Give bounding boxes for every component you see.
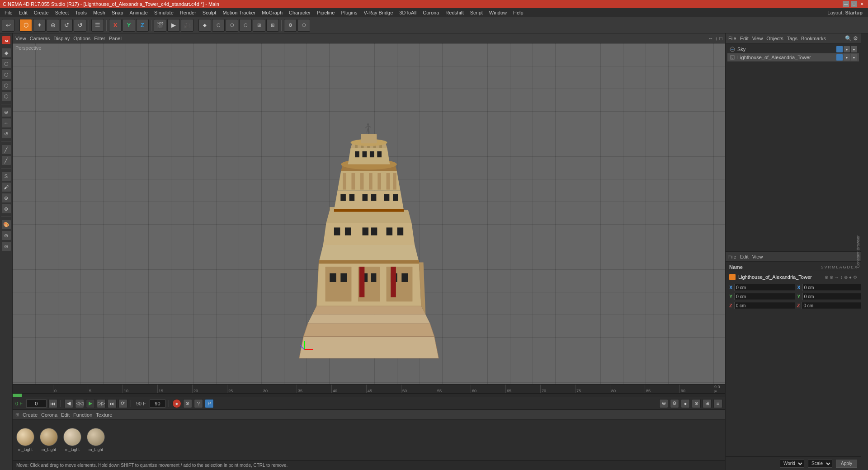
interactive-render-button[interactable]: ▶: [167, 19, 180, 32]
mat-menu-function[interactable]: Function: [73, 412, 92, 418]
vp-menu-options[interactable]: Options: [73, 36, 90, 41]
object-mode-button[interactable]: ⊕: [47, 19, 59, 32]
am-obj-action-7[interactable]: ⚙: [853, 275, 857, 280]
om-search-icon[interactable]: 🔍: [845, 35, 852, 42]
menu-edit[interactable]: Edit: [16, 9, 30, 16]
om-sky-lock-btn[interactable]: ●: [851, 46, 857, 52]
grid-button[interactable]: ⊞: [266, 19, 279, 32]
menu-create[interactable]: Create: [31, 9, 52, 16]
point-tool[interactable]: ⬡: [1, 80, 11, 90]
x-axis-button[interactable]: X: [109, 19, 122, 32]
vp-expand-icon[interactable]: ↔: [708, 36, 713, 41]
magnet-tool[interactable]: ⊛: [1, 193, 11, 203]
vp-layout-icon[interactable]: ↕: [715, 36, 718, 41]
constant-browser-label[interactable]: Constant Browser: [856, 234, 860, 270]
timeline-options-button[interactable]: ⚙: [670, 399, 679, 408]
am-apply-button[interactable]: Apply: [836, 460, 857, 468]
viewport[interactable]: View Cameras Display Options Filter Pane…: [13, 33, 725, 384]
am-x-pos-input[interactable]: [734, 284, 795, 291]
edge-tool[interactable]: ⬡: [1, 70, 11, 80]
om-menu-objects[interactable]: Objects: [766, 36, 783, 41]
menu-sculpt[interactable]: Sculpt: [200, 9, 219, 16]
menu-animate[interactable]: Animate: [127, 9, 151, 16]
material-0[interactable]: m_Light: [16, 428, 34, 452]
am-obj-action-2[interactable]: ⊛: [830, 275, 833, 280]
loop-button[interactable]: ⟳: [118, 399, 127, 408]
scale-tool[interactable]: ↔: [1, 118, 11, 128]
menu-mograph[interactable]: MoGraph: [259, 9, 285, 16]
material-3[interactable]: m_Light: [87, 428, 105, 452]
menu-help[interactable]: Help: [510, 9, 526, 16]
am-y-pos-input[interactable]: [734, 293, 795, 300]
am-obj-action-1[interactable]: ⊛: [825, 275, 828, 280]
minimize-button[interactable]: —: [843, 1, 849, 7]
knife-tool[interactable]: ╱: [1, 155, 11, 165]
y-axis-button[interactable]: Y: [123, 19, 135, 32]
am-obj-action-3[interactable]: ↔: [835, 275, 839, 280]
play-button[interactable]: ▶: [86, 399, 95, 408]
menu-mesh[interactable]: Mesh: [90, 9, 108, 16]
menu-corona[interactable]: Corona: [420, 9, 442, 16]
jump-end-button[interactable]: ⏭: [108, 399, 117, 408]
om-lh-lock-btn[interactable]: ●: [851, 54, 857, 61]
sculpt-tool-1[interactable]: ⊛: [1, 230, 11, 240]
am-z2-input[interactable]: [802, 302, 863, 309]
om-sky-vis-btn[interactable]: ●: [844, 46, 850, 52]
normals-button[interactable]: ⬡: [226, 19, 238, 32]
rotate-tool[interactable]: ↺: [1, 129, 11, 139]
am-y2-input[interactable]: [802, 293, 863, 300]
om-menu-file[interactable]: File: [728, 36, 736, 41]
mat-menu-create[interactable]: Create: [23, 412, 38, 418]
spline-tool[interactable]: S: [1, 171, 11, 181]
am-obj-action-4[interactable]: ↕: [840, 275, 843, 280]
menu-character[interactable]: Character: [286, 9, 313, 16]
play-reverse-button[interactable]: ◁◁: [75, 399, 84, 408]
mat-menu-corona[interactable]: Corona: [41, 412, 57, 418]
keyframe-button[interactable]: ?: [194, 399, 203, 408]
phong-shading-button[interactable]: ◆: [198, 19, 211, 32]
menu-script[interactable]: Script: [467, 9, 486, 16]
om-settings-icon[interactable]: ⚙: [853, 35, 858, 42]
prev-frame-button[interactable]: ◀: [64, 399, 73, 408]
vp-fullscreen-icon[interactable]: □: [719, 36, 722, 41]
pull-tool[interactable]: ⊛: [1, 204, 11, 214]
mat-menu-edit[interactable]: Edit: [61, 412, 70, 418]
maximize-button[interactable]: □: [851, 1, 857, 7]
next-frame-button[interactable]: ▷▷: [97, 399, 106, 408]
z-axis-button[interactable]: Z: [136, 19, 149, 32]
menu-render[interactable]: Render: [177, 9, 199, 16]
menu-select[interactable]: Select: [52, 9, 72, 16]
vp-menu-display[interactable]: Display: [53, 36, 70, 41]
line-cut-tool[interactable]: ╱: [1, 145, 11, 155]
om-menu-bookmarks[interactable]: Bookmarks: [801, 36, 826, 41]
autokey-button[interactable]: ⊛: [183, 399, 192, 408]
am-obj-action-6[interactable]: ●: [849, 275, 852, 280]
viewport-shading-tool[interactable]: ◆: [1, 48, 11, 58]
om-sky-item[interactable]: Sky ● ●: [727, 45, 859, 53]
vp-menu-filter[interactable]: Filter: [94, 36, 105, 41]
menu-pipeline[interactable]: Pipeline: [314, 9, 337, 16]
am-menu-file[interactable]: File: [728, 254, 736, 259]
am-world-select[interactable]: World: [780, 460, 804, 468]
am-z-pos-input[interactable]: [734, 302, 795, 309]
am-menu-edit[interactable]: Edit: [740, 254, 749, 259]
am-menu-view[interactable]: View: [752, 254, 763, 259]
record-rot-button[interactable]: ⊛: [692, 399, 701, 408]
undo-button[interactable]: ↩: [2, 19, 14, 32]
brush-tool[interactable]: 🖌: [1, 182, 11, 192]
menu-motion-tracker[interactable]: Motion Tracker: [220, 9, 258, 16]
preview-button[interactable]: P: [205, 399, 214, 408]
polygon-tool[interactable]: ⬡: [1, 59, 11, 69]
rect-select-button[interactable]: ☰: [91, 19, 104, 32]
menu-simulate[interactable]: Simulate: [151, 9, 176, 16]
model-mode-button[interactable]: ⬡: [19, 19, 32, 32]
record-scale-button[interactable]: ⊞: [703, 399, 712, 408]
menu-plugins[interactable]: Plugins: [338, 9, 360, 16]
menu-3dtoall[interactable]: 3DToAll: [396, 9, 419, 16]
om-lighthouse-item[interactable]: L Lighthouse_of_Alexandria_Tower ● ●: [727, 53, 859, 61]
menu-file[interactable]: File: [2, 9, 15, 16]
hud-button[interactable]: ⊞: [253, 19, 265, 32]
object-tool[interactable]: ⬡: [1, 91, 11, 101]
paint-tool[interactable]: 🎨: [1, 220, 11, 230]
record-pos-button[interactable]: ●: [681, 399, 690, 408]
